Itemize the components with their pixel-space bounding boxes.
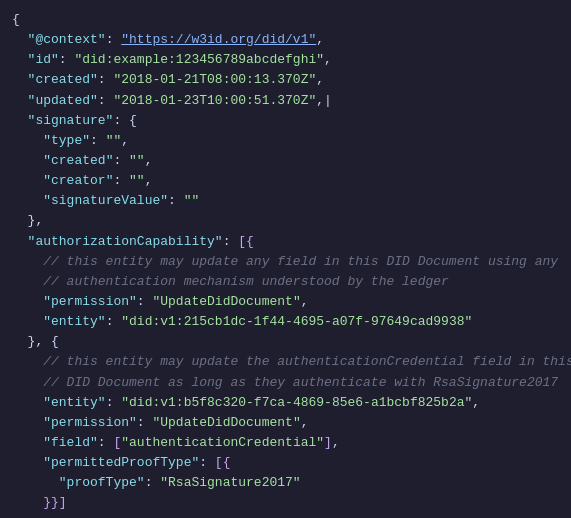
code-line: // this entity may update any field in t… (12, 252, 559, 272)
code-line: "permission": "UpdateDidDocument", (12, 413, 559, 433)
code-line: "id": "did:example:123456789abcdefghi", (12, 50, 559, 70)
code-line: }, (12, 211, 559, 231)
code-line: // DID Document as long as they authenti… (12, 373, 559, 393)
code-line: "entity": "did:v1:b5f8c320-f7ca-4869-85e… (12, 393, 559, 413)
code-line: "field": ["authenticationCredential"], (12, 433, 559, 453)
code-line: }, { (12, 332, 559, 352)
code-line: "permittedProofType": [{ (12, 453, 559, 473)
code-line: { (12, 10, 559, 30)
code-line: "authorizationCapability": [{ (12, 232, 559, 252)
code-line: "creator": "", (12, 171, 559, 191)
code-line: "type": "", (12, 131, 559, 151)
code-line: "@context": "https://w3id.org/did/v1", (12, 30, 559, 50)
code-line: "permission": "UpdateDidDocument", (12, 292, 559, 312)
code-line: "updated": "2018-01-23T10:00:51.370Z",| (12, 91, 559, 111)
code-line: "proofType": "RsaSignature2017" (12, 473, 559, 493)
code-line: "created": "2018-01-21T08:00:13.370Z", (12, 70, 559, 90)
code-line: }] (12, 514, 559, 518)
code-line: // authentication mechanism understood b… (12, 272, 559, 292)
code-line: // this entity may update the authentica… (12, 352, 559, 372)
code-line: "entity": "did:v1:215cb1dc-1f44-4695-a07… (12, 312, 559, 332)
code-line: "signature": { (12, 111, 559, 131)
code-line: "signatureValue": "" (12, 191, 559, 211)
code-line: }}] (12, 493, 559, 513)
code-editor: { "@context": "https://w3id.org/did/v1",… (0, 0, 571, 518)
code-line: "created": "", (12, 151, 559, 171)
